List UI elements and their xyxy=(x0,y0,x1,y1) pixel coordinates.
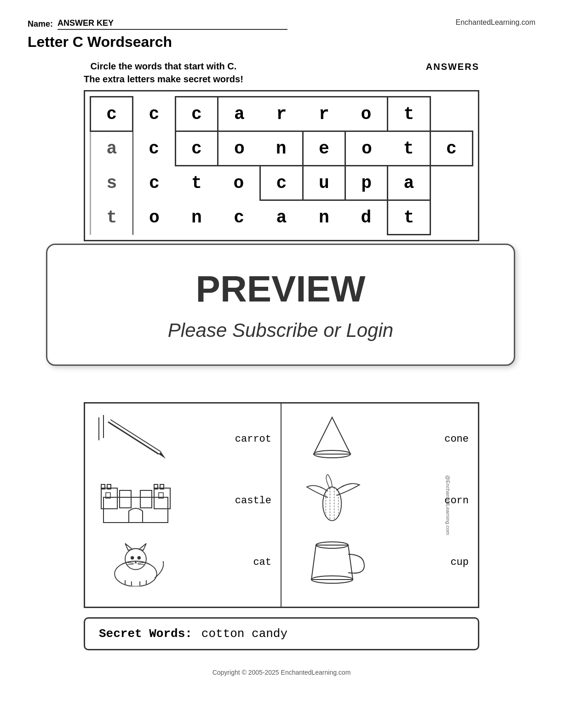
cat-item: cat xyxy=(94,536,271,588)
svg-rect-5 xyxy=(103,497,168,523)
grid-row-1: c c c a r r o t xyxy=(91,97,473,131)
images-section: carrot xyxy=(84,402,479,608)
grid-cell: o xyxy=(218,131,260,166)
site-name: EnchantedLearning.com xyxy=(456,18,535,27)
svg-line-23 xyxy=(127,563,134,563)
svg-line-25 xyxy=(138,563,144,563)
grid-cell: t xyxy=(388,97,430,131)
copyright: Copyright © 2005-2025 EnchantedLearning.… xyxy=(28,669,535,676)
grid-container: c c c a r r o t a c c o n e o xyxy=(84,90,479,241)
images-right: cone xyxy=(282,404,478,607)
cup-label: cup xyxy=(423,557,469,568)
images-left: carrot xyxy=(85,404,282,607)
images-wrapper: carrot xyxy=(28,398,535,608)
grid-cell: t xyxy=(91,200,133,235)
grid-cell: a xyxy=(91,131,133,166)
grid-cell: c xyxy=(91,97,133,131)
grid-cell: c xyxy=(175,131,218,166)
grid-cell: a xyxy=(388,166,430,200)
svg-marker-2 xyxy=(159,452,166,459)
puzzle-area: Circle the words that start with C. The … xyxy=(28,60,535,241)
grid-cell: c xyxy=(133,166,175,200)
preview-subtitle: Please Subscribe or Login xyxy=(66,319,495,341)
svg-line-1 xyxy=(110,420,161,452)
grid-row-2: a c c o n e o t c xyxy=(91,131,473,166)
preview-title: PREVIEW xyxy=(66,268,495,310)
castle-drawing xyxy=(94,474,225,527)
svg-marker-18 xyxy=(125,544,132,551)
svg-line-26 xyxy=(138,564,144,564)
grid-table: c c c a r r o t a c c o n e o xyxy=(90,96,473,235)
grid-cell: c xyxy=(175,97,218,131)
cone-label: cone xyxy=(423,433,469,445)
grid-row-3: s c t o c u p a xyxy=(91,166,473,200)
grid-cell: n xyxy=(175,200,218,235)
grid-cell: o xyxy=(133,200,175,235)
corn-drawing xyxy=(291,474,423,527)
grid-cell: r xyxy=(303,97,345,131)
grid-row-4: t o n c a n d t xyxy=(91,200,473,235)
carrot-label: carrot xyxy=(225,433,271,445)
corn-item: corn xyxy=(291,474,469,527)
svg-rect-7 xyxy=(120,490,131,508)
carrot-item: carrot xyxy=(94,413,271,465)
grid-cell: p xyxy=(345,166,387,200)
grid-cell: c xyxy=(430,131,472,166)
svg-marker-31 xyxy=(314,417,350,454)
name-line: Name: ANSWER KEY xyxy=(28,18,287,30)
svg-rect-8 xyxy=(140,490,152,508)
cup-drawing xyxy=(291,536,423,588)
grid-cell: o xyxy=(218,166,260,200)
grid-cell: u xyxy=(303,166,345,200)
cup-item: cup xyxy=(291,536,469,588)
svg-line-0 xyxy=(108,422,159,454)
cone-item: cone xyxy=(291,413,469,465)
grid-cell: c xyxy=(133,131,175,166)
carrot-drawing xyxy=(94,413,225,465)
grid-cell: c xyxy=(218,200,260,235)
grid-cell: o xyxy=(345,97,387,131)
secret-words-box: Secret Words: cotton candy xyxy=(84,617,479,650)
grid-cell: t xyxy=(175,166,218,200)
secret-words-label: Secret Words: xyxy=(99,627,192,641)
svg-point-21 xyxy=(138,556,141,559)
grid-cell: c xyxy=(260,166,303,200)
grid-cell: r xyxy=(260,97,303,131)
grid-cell: c xyxy=(133,97,175,131)
svg-point-17 xyxy=(125,549,146,570)
castle-label: castle xyxy=(225,495,271,506)
grid-cell: o xyxy=(345,131,387,166)
side-label: @EnchantedLearning.com xyxy=(445,475,451,535)
svg-marker-19 xyxy=(139,544,146,551)
name-label: Name: xyxy=(28,19,53,29)
cat-drawing xyxy=(94,536,225,588)
secret-words-value: cotton candy xyxy=(201,627,287,641)
grid-cell: t xyxy=(388,131,430,166)
grid-cell: t xyxy=(388,200,430,235)
svg-line-24 xyxy=(127,564,134,564)
answers-label: ANSWERS xyxy=(426,62,479,72)
grid-cell: n xyxy=(260,131,303,166)
grid-cell: a xyxy=(218,97,260,131)
secret-words-wrapper: Secret Words: cotton candy xyxy=(28,608,535,660)
instructions-text: Circle the words that start with C. The … xyxy=(84,60,243,85)
name-value: ANSWER KEY xyxy=(57,18,287,30)
grid-cell: n xyxy=(303,200,345,235)
cone-drawing xyxy=(291,413,423,465)
grid-cell: e xyxy=(303,131,345,166)
cat-label: cat xyxy=(225,557,271,568)
grid-cell: d xyxy=(345,200,387,235)
header: Name: ANSWER KEY EnchantedLearning.com xyxy=(28,18,535,30)
instructions-row: Circle the words that start with C. The … xyxy=(84,60,479,85)
grid-cell: a xyxy=(260,200,303,235)
svg-point-20 xyxy=(131,556,134,559)
instructions-line2: The extra letters make secret words! xyxy=(84,73,243,85)
preview-overlay: PREVIEW Please Subscribe or Login xyxy=(46,244,515,366)
page-title: Letter C Wordsearch xyxy=(28,34,535,51)
svg-point-16 xyxy=(115,561,157,586)
grid-cell: s xyxy=(91,166,133,200)
instructions-line1: Circle the words that start with C. xyxy=(84,60,243,73)
castle-item: castle xyxy=(94,474,271,527)
